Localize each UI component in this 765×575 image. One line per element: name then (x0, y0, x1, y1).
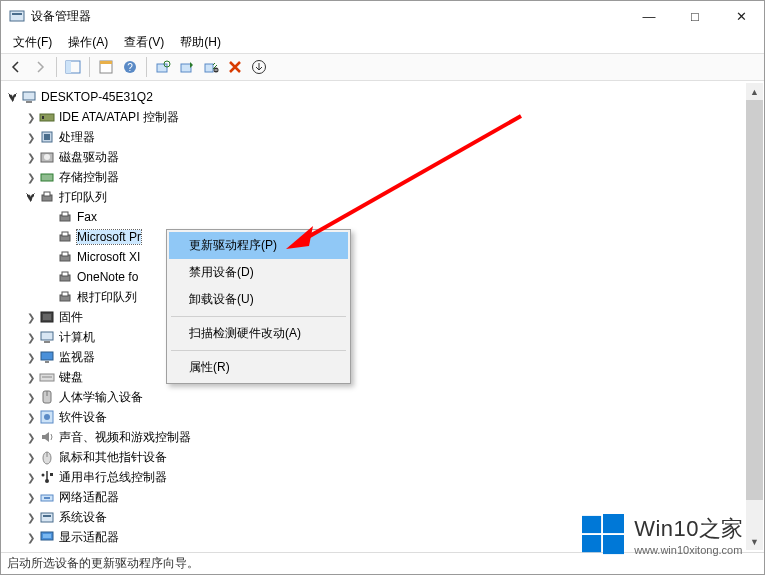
printer-icon (57, 289, 73, 305)
menu-action[interactable]: 操作(A) (60, 32, 116, 53)
collapse-arrow-icon[interactable]: ⮟ (23, 192, 39, 203)
software-icon (39, 409, 55, 425)
expand-arrow-icon[interactable]: ❯ (23, 392, 39, 403)
tree-node[interactable]: ❯存储控制器 (1, 167, 746, 187)
tree-node[interactable]: ❯软件设备 (1, 407, 746, 427)
svg-point-46 (44, 414, 50, 420)
menu-item-update[interactable]: 更新驱动程序(P) (169, 232, 348, 259)
menu-item-scan[interactable]: 扫描检测硬件改动(A) (169, 320, 348, 347)
show-hide-tree-button[interactable] (62, 56, 84, 78)
expand-arrow-icon[interactable]: ❯ (23, 412, 39, 423)
svg-rect-11 (205, 64, 213, 72)
tree-node[interactable]: ❯人体学输入设备 (1, 387, 746, 407)
printer-icon (57, 269, 73, 285)
minimize-button[interactable]: — (626, 1, 672, 31)
tree-node[interactable]: ❯键盘 (1, 367, 746, 387)
menu-item-props[interactable]: 属性(R) (169, 354, 348, 381)
menu-view[interactable]: 查看(V) (116, 32, 172, 53)
svg-rect-39 (41, 352, 53, 360)
tree-node[interactable]: ❯监视器 (1, 347, 746, 367)
maximize-button[interactable]: □ (672, 1, 718, 31)
svg-rect-52 (50, 473, 53, 476)
tree-node[interactable]: ❯网络适配器 (1, 487, 746, 507)
scroll-up-button[interactable]: ▲ (746, 83, 763, 100)
expand-arrow-icon[interactable]: ❯ (23, 452, 39, 463)
tree-node-label: Microsoft XI (77, 250, 140, 264)
update-driver-icon (179, 59, 195, 75)
expand-arrow-icon[interactable]: ❯ (23, 492, 39, 503)
expand-arrow-icon[interactable]: ❯ (23, 132, 39, 143)
tree-node-label: 处理器 (59, 129, 95, 146)
tree-node[interactable]: 根打印队列 (1, 287, 746, 307)
tree-node[interactable]: Microsoft XI (1, 247, 746, 267)
tree-root[interactable]: ⮟ DESKTOP-45E31Q2 (1, 87, 746, 107)
svg-rect-19 (44, 134, 50, 140)
svg-rect-8 (157, 64, 167, 72)
tree-node[interactable]: ❯固件 (1, 307, 746, 327)
svg-rect-38 (44, 341, 50, 343)
close-button[interactable]: ✕ (718, 1, 764, 31)
network-icon (39, 489, 55, 505)
expand-arrow-icon[interactable]: ❯ (23, 432, 39, 443)
tree-node[interactable]: ⮟打印队列 (1, 187, 746, 207)
svg-rect-54 (44, 497, 50, 499)
tree-node-label: 软件设备 (59, 409, 107, 426)
expand-arrow-icon[interactable]: ⮟ (5, 92, 21, 103)
uninstall-button[interactable] (224, 56, 246, 78)
cpu-icon (39, 129, 55, 145)
menubar: 文件(F) 操作(A) 查看(V) 帮助(H) (1, 31, 764, 53)
tree-node[interactable]: ❯鼠标和其他指针设备 (1, 447, 746, 467)
tree-node-label: OneNote fo (77, 270, 138, 284)
firmware-icon (39, 309, 55, 325)
expand-arrow-icon[interactable]: ❯ (23, 532, 39, 543)
menu-separator (171, 350, 346, 351)
scroll-down-button[interactable]: ▼ (746, 533, 763, 550)
tree-node[interactable]: ❯计算机 (1, 327, 746, 347)
expand-arrow-icon[interactable]: ❯ (23, 152, 39, 163)
back-button[interactable] (5, 56, 27, 78)
uninstall-icon (227, 59, 243, 75)
tree-node[interactable]: ❯磁盘驱动器 (1, 147, 746, 167)
expand-arrow-icon[interactable]: ❯ (23, 112, 39, 123)
expand-arrow-icon[interactable]: ❯ (23, 372, 39, 383)
computer-icon (21, 89, 37, 105)
expand-arrow-icon[interactable]: ❯ (23, 172, 39, 183)
tree-node-label: 键盘 (59, 369, 83, 386)
update-driver-button[interactable] (176, 56, 198, 78)
expand-arrow-icon[interactable]: ❯ (23, 352, 39, 363)
tree-node[interactable]: ❯通用串行总线控制器 (1, 467, 746, 487)
tree-node-label: 根打印队列 (77, 289, 137, 306)
usb-icon (39, 469, 55, 485)
menu-help[interactable]: 帮助(H) (172, 32, 229, 53)
help-button[interactable]: ? (119, 56, 141, 78)
expand-arrow-icon[interactable]: ❯ (23, 512, 39, 523)
scroll-thumb[interactable] (746, 100, 763, 500)
tree-node[interactable]: OneNote fo (1, 267, 746, 287)
vertical-scrollbar[interactable]: ▲ ▼ (746, 83, 763, 550)
printer-icon (57, 229, 73, 245)
svg-rect-63 (603, 514, 624, 533)
down-button[interactable] (248, 56, 270, 78)
expand-arrow-icon[interactable]: ❯ (23, 332, 39, 343)
forward-button[interactable] (29, 56, 51, 78)
tree-node[interactable]: Fax (1, 207, 746, 227)
device-tree[interactable]: ⮟ DESKTOP-45E31Q2 ❯IDE ATA/ATAPI 控制器❯处理器… (1, 83, 746, 550)
tree-node[interactable]: ❯声音、视频和游戏控制器 (1, 427, 746, 447)
tree-root-label: DESKTOP-45E31Q2 (41, 90, 153, 104)
watermark: Win10之家 www.win10xitong.com (582, 514, 744, 556)
disk-icon (39, 149, 55, 165)
properties-button[interactable] (95, 56, 117, 78)
window-title: 设备管理器 (31, 8, 626, 25)
tree-node[interactable]: ❯IDE ATA/ATAPI 控制器 (1, 107, 746, 127)
tree-node[interactable]: Microsoft Pr (1, 227, 746, 247)
expand-arrow-icon[interactable]: ❯ (23, 472, 39, 483)
menu-item-disable[interactable]: 禁用设备(D) (169, 259, 348, 286)
menu-item-uninstall[interactable]: 卸载设备(U) (169, 286, 348, 313)
scan-hardware-button[interactable] (152, 56, 174, 78)
tree-node-label: 监视器 (59, 349, 95, 366)
tree-node[interactable]: ❯处理器 (1, 127, 746, 147)
svg-rect-15 (26, 101, 32, 103)
expand-arrow-icon[interactable]: ❯ (23, 312, 39, 323)
menu-file[interactable]: 文件(F) (5, 32, 60, 53)
disable-button[interactable] (200, 56, 222, 78)
